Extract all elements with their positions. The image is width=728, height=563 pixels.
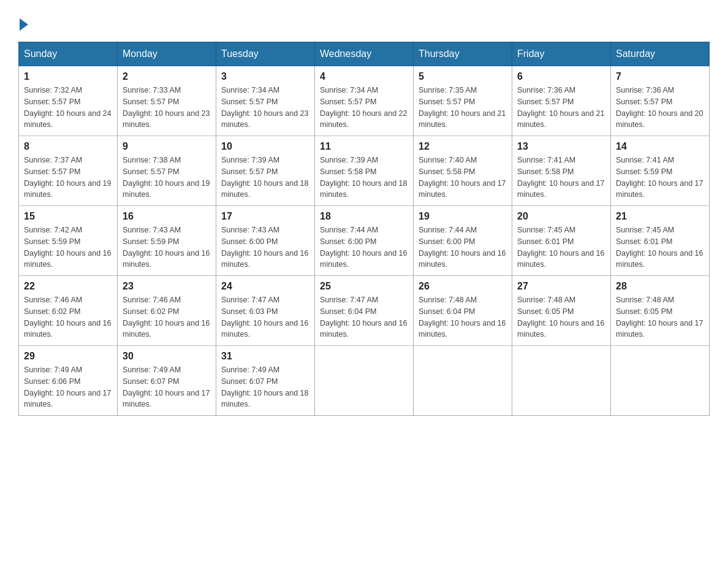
day-number: 1 — [24, 71, 112, 82]
weekday-header-row: SundayMondayTuesdayWednesdayThursdayFrid… — [19, 42, 710, 66]
day-info: Sunrise: 7:36 AM Sunset: 5:57 PM Dayligh… — [517, 85, 605, 131]
daylight-label: Daylight: 10 hours and 16 minutes. — [320, 319, 407, 339]
daylight-label: Daylight: 10 hours and 24 minutes. — [24, 109, 111, 129]
day-number: 20 — [517, 211, 605, 222]
sunrise-label: Sunrise: 7:39 AM — [221, 156, 279, 164]
day-number: 19 — [419, 211, 507, 222]
sunset-label: Sunset: 6:01 PM — [517, 237, 574, 246]
sunset-label: Sunset: 6:03 PM — [221, 307, 278, 316]
sunrise-label: Sunrise: 7:41 AM — [517, 156, 575, 164]
day-info: Sunrise: 7:39 AM Sunset: 5:57 PM Dayligh… — [221, 155, 309, 201]
day-number: 25 — [320, 281, 408, 292]
daylight-label: Daylight: 10 hours and 16 minutes. — [616, 249, 703, 269]
daylight-label: Daylight: 10 hours and 17 minutes. — [517, 179, 604, 199]
day-number: 30 — [123, 351, 211, 362]
daylight-label: Daylight: 10 hours and 16 minutes. — [419, 249, 506, 269]
day-number: 13 — [517, 141, 605, 152]
day-info: Sunrise: 7:47 AM Sunset: 6:04 PM Dayligh… — [320, 294, 408, 340]
weekday-header-thursday: Thursday — [414, 42, 512, 66]
sunset-label: Sunset: 6:05 PM — [616, 307, 672, 316]
sunset-label: Sunset: 6:02 PM — [24, 307, 80, 316]
calendar-cell: 10 Sunrise: 7:39 AM Sunset: 5:57 PM Dayl… — [216, 136, 315, 206]
sunset-label: Sunset: 5:57 PM — [24, 98, 80, 106]
sunset-label: Sunset: 5:59 PM — [123, 237, 179, 246]
sunset-label: Sunset: 5:59 PM — [24, 237, 80, 246]
day-info: Sunrise: 7:48 AM Sunset: 6:04 PM Dayligh… — [419, 294, 507, 340]
day-number: 3 — [221, 71, 309, 82]
sunrise-label: Sunrise: 7:36 AM — [517, 86, 575, 94]
day-info: Sunrise: 7:35 AM Sunset: 5:57 PM Dayligh… — [419, 85, 507, 131]
day-info: Sunrise: 7:45 AM Sunset: 6:01 PM Dayligh… — [616, 224, 704, 270]
daylight-label: Daylight: 10 hours and 17 minutes. — [24, 389, 111, 409]
day-info: Sunrise: 7:48 AM Sunset: 6:05 PM Dayligh… — [616, 294, 704, 340]
sunrise-label: Sunrise: 7:40 AM — [419, 156, 477, 164]
daylight-label: Daylight: 10 hours and 19 minutes. — [123, 179, 210, 199]
weekday-header-monday: Monday — [118, 42, 216, 66]
day-number: 6 — [517, 71, 605, 82]
calendar-cell — [512, 346, 611, 416]
weekday-header-tuesday: Tuesday — [216, 42, 315, 66]
sunrise-label: Sunrise: 7:47 AM — [320, 296, 378, 304]
daylight-label: Daylight: 10 hours and 18 minutes. — [320, 179, 407, 199]
calendar-cell — [414, 346, 512, 416]
daylight-label: Daylight: 10 hours and 21 minutes. — [419, 109, 506, 129]
daylight-label: Daylight: 10 hours and 16 minutes. — [221, 249, 308, 269]
day-info: Sunrise: 7:45 AM Sunset: 6:01 PM Dayligh… — [517, 224, 605, 270]
daylight-label: Daylight: 10 hours and 16 minutes. — [24, 319, 111, 339]
sunset-label: Sunset: 6:05 PM — [517, 307, 574, 316]
calendar-body: 1 Sunrise: 7:32 AM Sunset: 5:57 PM Dayli… — [19, 66, 710, 416]
sunset-label: Sunset: 5:57 PM — [320, 98, 376, 106]
day-info: Sunrise: 7:44 AM Sunset: 6:00 PM Dayligh… — [419, 224, 507, 270]
day-number: 29 — [24, 351, 112, 362]
day-number: 14 — [616, 141, 704, 152]
sunrise-label: Sunrise: 7:35 AM — [419, 86, 477, 94]
calendar-cell: 11 Sunrise: 7:39 AM Sunset: 5:58 PM Dayl… — [315, 136, 414, 206]
calendar-cell: 20 Sunrise: 7:45 AM Sunset: 6:01 PM Dayl… — [512, 206, 611, 276]
daylight-label: Daylight: 10 hours and 23 minutes. — [123, 109, 210, 129]
sunrise-label: Sunrise: 7:42 AM — [24, 226, 82, 234]
sunrise-label: Sunrise: 7:49 AM — [24, 366, 82, 374]
day-number: 22 — [24, 281, 112, 292]
sunset-label: Sunset: 5:57 PM — [123, 167, 179, 176]
calendar-cell: 7 Sunrise: 7:36 AM Sunset: 5:57 PM Dayli… — [611, 66, 710, 136]
daylight-label: Daylight: 10 hours and 17 minutes. — [419, 179, 506, 199]
day-number: 23 — [123, 281, 211, 292]
day-info: Sunrise: 7:34 AM Sunset: 5:57 PM Dayligh… — [221, 85, 309, 131]
calendar-cell: 27 Sunrise: 7:48 AM Sunset: 6:05 PM Dayl… — [512, 276, 611, 346]
day-info: Sunrise: 7:40 AM Sunset: 5:58 PM Dayligh… — [419, 155, 507, 201]
daylight-label: Daylight: 10 hours and 16 minutes. — [221, 319, 308, 339]
calendar-cell: 30 Sunrise: 7:49 AM Sunset: 6:07 PM Dayl… — [118, 346, 216, 416]
daylight-label: Daylight: 10 hours and 21 minutes. — [517, 109, 604, 129]
calendar-cell: 15 Sunrise: 7:42 AM Sunset: 5:59 PM Dayl… — [19, 206, 118, 276]
day-info: Sunrise: 7:43 AM Sunset: 6:00 PM Dayligh… — [221, 224, 309, 270]
sunset-label: Sunset: 6:04 PM — [320, 307, 376, 316]
day-number: 27 — [517, 281, 605, 292]
calendar-cell: 17 Sunrise: 7:43 AM Sunset: 6:00 PM Dayl… — [216, 206, 315, 276]
calendar-cell: 31 Sunrise: 7:49 AM Sunset: 6:07 PM Dayl… — [216, 346, 315, 416]
logo-arrow-icon — [20, 18, 28, 31]
daylight-label: Daylight: 10 hours and 19 minutes. — [24, 179, 111, 199]
daylight-label: Daylight: 10 hours and 17 minutes. — [616, 179, 703, 199]
sunrise-label: Sunrise: 7:49 AM — [123, 366, 181, 374]
day-number: 21 — [616, 211, 704, 222]
sunrise-label: Sunrise: 7:36 AM — [616, 86, 674, 94]
day-number: 11 — [320, 141, 408, 152]
weekday-header-friday: Friday — [512, 42, 611, 66]
sunrise-label: Sunrise: 7:46 AM — [24, 296, 82, 304]
day-info: Sunrise: 7:49 AM Sunset: 6:06 PM Dayligh… — [24, 364, 112, 410]
calendar-cell: 9 Sunrise: 7:38 AM Sunset: 5:57 PM Dayli… — [118, 136, 216, 206]
daylight-label: Daylight: 10 hours and 16 minutes. — [123, 319, 210, 339]
day-number: 16 — [123, 211, 211, 222]
page-header — [18, 12, 710, 29]
calendar-cell: 3 Sunrise: 7:34 AM Sunset: 5:57 PM Dayli… — [216, 66, 315, 136]
sunrise-label: Sunrise: 7:48 AM — [616, 296, 674, 304]
sunset-label: Sunset: 6:06 PM — [24, 377, 80, 386]
sunset-label: Sunset: 5:57 PM — [24, 167, 80, 176]
day-number: 2 — [123, 71, 211, 82]
sunrise-label: Sunrise: 7:48 AM — [517, 296, 575, 304]
calendar-cell: 28 Sunrise: 7:48 AM Sunset: 6:05 PM Dayl… — [611, 276, 710, 346]
calendar-cell: 23 Sunrise: 7:46 AM Sunset: 6:02 PM Dayl… — [118, 276, 216, 346]
calendar-cell — [315, 346, 414, 416]
daylight-label: Daylight: 10 hours and 23 minutes. — [221, 109, 308, 129]
sunrise-label: Sunrise: 7:32 AM — [24, 86, 82, 94]
